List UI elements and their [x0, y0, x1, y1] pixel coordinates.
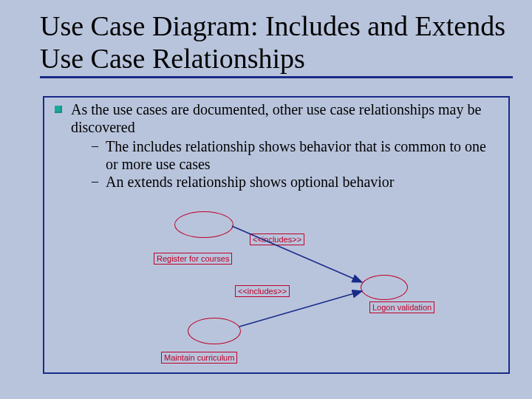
title-block: Use Case Diagram: Includes and Extends U… [40, 10, 513, 78]
svg-line-1 [232, 226, 362, 282]
bullet-icon [55, 106, 62, 113]
body-sub1: The includes relationship shows behavior… [106, 137, 501, 173]
dash-icon: – [92, 138, 98, 154]
slide-title: Use Case Diagram: Includes and Extends U… [40, 10, 513, 75]
dash-icon: – [92, 174, 98, 190]
title-underline [40, 76, 513, 78]
body-sub2: An extends relationship shows optional b… [106, 173, 395, 191]
body-text: As the use cases are documented, other u… [55, 100, 501, 191]
use-case-diagram: Register for courses <<includes>> <<incl… [43, 211, 510, 374]
body-main: As the use cases are documented, other u… [71, 100, 501, 136]
svg-line-2 [239, 291, 362, 327]
relationship-arrows [43, 211, 510, 374]
